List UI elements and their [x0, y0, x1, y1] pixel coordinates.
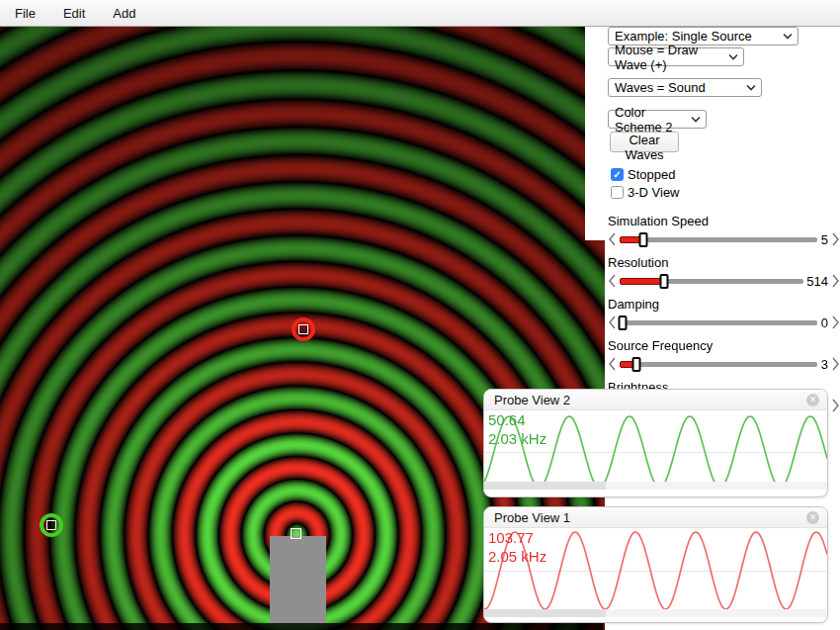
ripple-simulation-app: File Edit Add Example: Single Source Mou… — [0, 0, 840, 630]
slider-source-frequency: Source Frequency3 — [608, 338, 840, 373]
3d-view-checkbox[interactable] — [611, 186, 624, 199]
slider-track[interactable] — [620, 279, 803, 284]
slider-thumb[interactable] — [659, 274, 668, 289]
slider-label: Simulation Speed — [608, 214, 840, 228]
slider-simulation-speed: Simulation Speed5 — [608, 214, 840, 248]
stopped-label: Stopped — [628, 167, 675, 182]
probe-view-1-title: Probe View 1 — [494, 510, 570, 525]
menu-add[interactable]: Add — [108, 4, 140, 23]
slider-value: 3 — [820, 357, 828, 372]
slider-right-arrow-icon[interactable] — [831, 231, 840, 247]
canvas-gap — [585, 27, 605, 240]
slider-right-arrow-icon[interactable] — [831, 315, 840, 330]
slider-right-arrow-icon[interactable] — [831, 356, 840, 372]
probe-handle-icon[interactable] — [298, 324, 308, 334]
probe-2-value: 50.64 — [488, 410, 546, 429]
canvas-bottom-edge — [0, 623, 603, 630]
probe-1-readout: 103.77 2.05 kHz — [488, 528, 546, 566]
color-scheme-select[interactable]: Color Scheme 2 — [608, 110, 707, 129]
probe-marker-2[interactable] — [40, 513, 63, 537]
chevron-down-icon — [728, 53, 738, 60]
probe-2-scrollbar[interactable] — [484, 482, 827, 490]
probe-view-2-title: Probe View 2 — [494, 393, 570, 407]
scrollbar-thumb[interactable] — [484, 482, 606, 490]
probe-handle-icon[interactable] — [46, 520, 56, 530]
probe-view-2-panel[interactable]: Probe View 2 ✕ 50.64 2.03 kHz — [483, 389, 828, 497]
slider-value: 5 — [820, 232, 828, 247]
close-icon[interactable]: ✕ — [806, 394, 819, 406]
probe-view-2-header[interactable]: Probe View 2 ✕ — [484, 390, 827, 410]
slider-left-arrow-icon[interactable] — [608, 273, 617, 289]
slider-value: 0 — [820, 315, 828, 330]
3d-view-label: 3-D View — [628, 185, 680, 200]
slider-track[interactable] — [620, 320, 817, 325]
slider-right-arrow-icon[interactable] — [831, 398, 840, 413]
stopped-checkbox[interactable] — [611, 168, 624, 181]
slider-label: Source Frequency — [608, 338, 840, 353]
slider-right-arrow-icon[interactable] — [831, 273, 840, 289]
menu-file[interactable]: File — [10, 4, 41, 23]
slider-track[interactable] — [620, 237, 817, 242]
slider-label: Resolution — [608, 255, 840, 270]
slider-left-arrow-icon[interactable] — [608, 356, 617, 372]
slider-thumb[interactable] — [639, 232, 648, 247]
slider-resolution: Resolution514 — [608, 255, 840, 290]
slider-fill — [620, 278, 664, 285]
view3d-row: 3-D View — [611, 185, 840, 200]
probe-2-frequency: 2.03 kHz — [488, 429, 546, 448]
clear-waves-button[interactable]: Clear Waves — [610, 132, 679, 152]
slider-left-arrow-icon[interactable] — [608, 231, 617, 247]
probe-1-value: 103.77 — [488, 528, 546, 547]
chevron-down-icon — [746, 84, 756, 91]
slider-thumb[interactable] — [619, 315, 628, 330]
slider-value: 514 — [806, 274, 828, 289]
probe-view-1-header[interactable]: Probe View 1 ✕ — [484, 507, 827, 528]
chevron-down-icon — [783, 33, 793, 40]
probe-marker-1[interactable] — [292, 317, 315, 341]
probe-2-readout: 50.64 2.03 kHz — [488, 410, 546, 448]
scrollbar-thumb[interactable] — [484, 609, 606, 617]
mouse-mode-select[interactable]: Mouse = Draw Wave (+) — [608, 47, 744, 66]
chevron-down-icon — [691, 116, 701, 123]
slider-damping: Damping0 — [608, 297, 840, 331]
wave-type-select[interactable]: Waves = Sound — [608, 78, 762, 97]
slider-stack: Simulation Speed5Resolution514Damping0So… — [608, 214, 840, 414]
probe-view-2-plot: 50.64 2.03 kHz — [484, 410, 827, 490]
slider-label: Damping — [608, 297, 840, 312]
probe-1-frequency: 2.05 kHz — [488, 547, 546, 566]
menu-edit[interactable]: Edit — [58, 4, 90, 23]
wave-source-handle[interactable] — [291, 528, 301, 539]
menu-bar: File Edit Add — [0, 0, 840, 27]
probe-view-1-panel[interactable]: Probe View 1 ✕ 103.77 2.05 kHz — [483, 506, 828, 623]
probe-view-1-plot: 103.77 2.05 kHz — [484, 528, 827, 617]
close-icon[interactable]: ✕ — [806, 511, 819, 524]
slider-left-arrow-icon[interactable] — [608, 315, 617, 330]
probe-1-scrollbar[interactable] — [484, 609, 827, 617]
wall-obstacle[interactable] — [270, 536, 326, 624]
slider-track[interactable] — [620, 362, 817, 367]
slider-thumb[interactable] — [632, 357, 641, 372]
stopped-row: Stopped — [611, 167, 840, 182]
